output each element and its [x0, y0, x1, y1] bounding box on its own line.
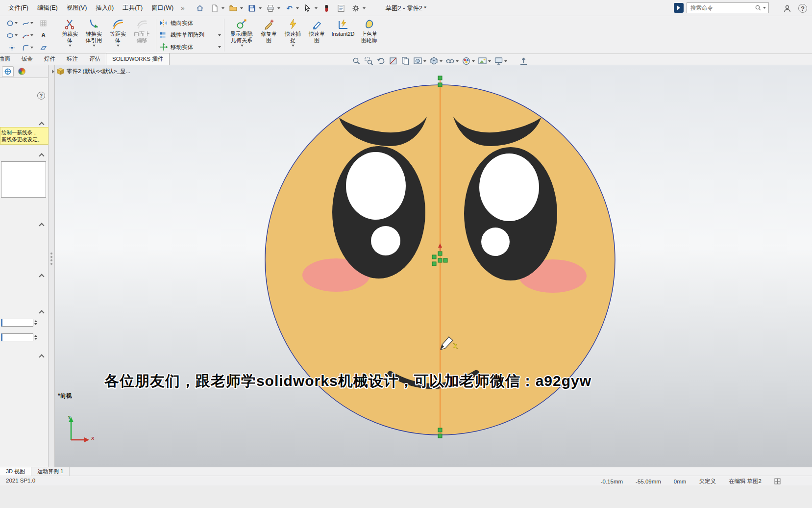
menu-file[interactable]: 文件(F) — [4, 0, 33, 17]
repair-sketch-button[interactable]: 修复草图 — [257, 16, 281, 54]
save-icon[interactable] — [246, 2, 258, 15]
units-grid-icon[interactable] — [774, 478, 781, 484]
solidworks-resources-icon[interactable] — [320, 2, 332, 15]
apply-scene-dropdown[interactable] — [488, 60, 491, 62]
menu-view[interactable]: 视图(V) — [62, 0, 92, 17]
help-icon[interactable]: ? — [798, 4, 807, 13]
move-entities-dropdown[interactable] — [218, 46, 221, 48]
view-settings-icon[interactable] — [493, 55, 508, 67]
arc-tool-icon[interactable] — [21, 30, 35, 41]
left-eye-small-highlight[interactable] — [371, 226, 400, 255]
display-delete-relations-button[interactable]: 显示/删除几何关系 — [226, 16, 257, 54]
instant2d-button[interactable]: Instant2D — [329, 16, 357, 54]
undo-icon[interactable]: ↶ — [283, 2, 295, 15]
mirror-entities-button[interactable]: 镜向实体 — [158, 18, 222, 28]
menu-window[interactable]: 窗口(W) — [147, 0, 178, 17]
display-style-icon[interactable] — [428, 55, 443, 67]
left-eye-highlight[interactable] — [346, 152, 406, 220]
view-orientation-dropdown[interactable] — [423, 60, 426, 62]
plane-tool-icon[interactable] — [36, 42, 50, 53]
trim-entities-button[interactable]: 剪裁实体 — [58, 16, 82, 54]
collapse-section-icon[interactable] — [39, 122, 44, 127]
spin-up-icon[interactable] — [34, 320, 37, 322]
feature-tree-root[interactable]: 零件2 (默认<<默认>_显... — [52, 68, 130, 75]
panel-splitter[interactable] — [49, 65, 55, 467]
user-account-icon[interactable] — [782, 3, 792, 14]
spin-down-icon[interactable] — [34, 338, 37, 340]
circle-tool-icon[interactable] — [5, 18, 19, 28]
ellipse-tool-icon[interactable] — [5, 30, 19, 41]
move-entities-button[interactable]: 移动实体 — [158, 42, 222, 52]
tab-annotations[interactable]: 标注 — [61, 53, 84, 65]
convert-entities-button[interactable]: 转换实体引用 — [82, 16, 106, 54]
section-view-icon[interactable] — [388, 55, 399, 67]
collapse-section-icon[interactable] — [39, 274, 44, 279]
graphics-viewport[interactable] — [0, 65, 812, 467]
parameter-input[interactable] — [1, 333, 33, 341]
collapse-section-icon[interactable] — [39, 354, 44, 359]
menu-pin-icon[interactable]: » — [178, 4, 187, 12]
task-list-icon[interactable] — [335, 2, 347, 15]
sketch-canvas[interactable] — [0, 65, 812, 467]
zoom-area-icon[interactable] — [363, 55, 374, 67]
collapse-section-icon[interactable] — [39, 223, 44, 228]
spin-up-icon[interactable] — [34, 335, 37, 337]
print-icon[interactable] — [265, 2, 276, 15]
spline-tool-icon[interactable] — [21, 18, 35, 28]
offset-entities-button[interactable]: 等距实体 — [106, 16, 130, 54]
collapse-section-icon[interactable] — [39, 310, 44, 315]
right-eye-small-highlight[interactable] — [481, 228, 510, 256]
parameter-input[interactable] — [1, 319, 33, 327]
tree-expand-icon[interactable] — [52, 70, 54, 74]
tab-sheet-metal[interactable]: 钣金 — [16, 53, 39, 65]
tab-3d-view[interactable]: 3D 视图 — [0, 467, 31, 476]
edit-appearance-icon[interactable] — [461, 55, 476, 67]
options-gear-icon[interactable] — [350, 2, 362, 15]
linear-pattern-dropdown[interactable] — [218, 34, 221, 36]
view-orientation-icon[interactable] — [412, 55, 427, 67]
quick-snaps-button[interactable]: 快速捕捉 — [281, 16, 305, 54]
pm-parameter-field-1[interactable] — [1, 319, 37, 327]
view-settings-dropdown[interactable] — [504, 60, 507, 62]
text-tool-icon[interactable]: A — [36, 30, 50, 41]
hide-show-items-icon[interactable] — [444, 55, 460, 67]
shaded-sketch-contours-button[interactable]: 上色草图轮廓 — [357, 16, 381, 54]
pm-list-box[interactable] — [1, 161, 46, 198]
rapid-sketch-button[interactable]: 快速草图 — [305, 16, 329, 54]
menu-edit[interactable]: 编辑(E) — [33, 0, 62, 17]
tab-evaluate[interactable]: 评估 — [83, 53, 106, 65]
tab-weldments[interactable]: 焊件 — [38, 53, 61, 65]
zoom-fit-icon[interactable] — [351, 55, 362, 67]
splitter-grip[interactable] — [50, 253, 52, 265]
menu-tools[interactable]: 工具(T) — [118, 0, 147, 17]
menu-insert[interactable]: 插入(I) — [91, 0, 118, 17]
edit-appearance-dropdown[interactable] — [472, 60, 475, 62]
tab-surfaces[interactable]: 曲面 — [0, 53, 16, 65]
spin-down-icon[interactable] — [34, 323, 37, 325]
apply-scene-icon[interactable] — [477, 55, 492, 67]
previous-view-icon[interactable] — [375, 55, 387, 67]
search-logo-icon[interactable] — [674, 3, 684, 13]
display-style-dropdown[interactable] — [440, 60, 443, 62]
pm-help-icon[interactable]: ? — [37, 92, 45, 100]
normal-axis-icon[interactable] — [518, 55, 529, 67]
home-icon[interactable] — [194, 2, 206, 15]
tab-solidworks-addins[interactable]: SOLIDWORKS 插件 — [106, 53, 170, 65]
open-document-icon[interactable] — [227, 2, 239, 15]
fillet-tool-icon[interactable] — [21, 42, 35, 53]
right-eye-highlight[interactable] — [479, 153, 539, 221]
point-tool-icon[interactable] — [5, 42, 19, 53]
pm-parameter-field-2[interactable] — [1, 333, 37, 341]
grid-reference-icon[interactable] — [36, 18, 50, 28]
linear-sketch-pattern-button[interactable]: 线性草图阵列 — [158, 30, 222, 41]
select-arrow-icon[interactable] — [302, 2, 314, 15]
collapse-section-icon[interactable] — [39, 153, 44, 158]
pages-icon[interactable] — [400, 55, 411, 67]
search-icon[interactable] — [755, 4, 762, 11]
search-dropdown[interactable] — [763, 7, 766, 9]
pm-appearance-tab[interactable] — [16, 66, 27, 77]
new-document-icon[interactable] — [209, 2, 221, 15]
pm-properties-tab[interactable] — [2, 66, 14, 77]
tab-motion-study[interactable]: 运动算例 1 — [31, 467, 70, 476]
hide-show-dropdown[interactable] — [456, 60, 459, 62]
